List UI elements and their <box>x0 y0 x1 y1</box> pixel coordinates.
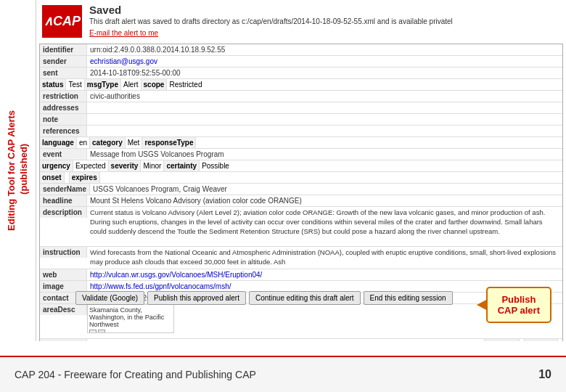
note-label: note <box>40 114 87 125</box>
status-item: status Test <box>40 79 85 90</box>
headline-label: headline <box>40 195 87 206</box>
severity-label: severity <box>109 160 142 171</box>
geocode-label: geocode <box>484 339 520 341</box>
header-right: Saved This draft alert was saved to draf… <box>89 4 560 38</box>
bubble-arrow <box>477 299 488 311</box>
sendername-row: senderName USGS Volcanoes Program, Craig… <box>40 184 562 195</box>
circle-value: 46.2,-122.2 0 <box>87 339 484 341</box>
description-label: description <box>40 207 87 218</box>
urgency-value: Expected <box>73 160 108 171</box>
page-number: 10 <box>538 368 551 381</box>
note-value <box>87 114 562 125</box>
polygon-label: polygon <box>524 339 558 341</box>
instruction-value: Wind forecasts from the National Oceanic… <box>87 247 562 269</box>
sender-row: sender echristian@usgs.gov <box>40 56 562 68</box>
headline-value: Mount St Helens Volcano Advisory (aviati… <box>87 195 562 206</box>
footer: CAP 204 - Freeware for Creating and Publ… <box>0 356 566 392</box>
urgency-label: urgency <box>40 160 73 171</box>
email-link[interactable]: E-mail the alert to me <box>89 29 158 37</box>
responsetype-item: responseType <box>142 137 200 148</box>
language-value: en <box>77 137 89 148</box>
cap-logo-box: ∧CAP <box>42 5 82 38</box>
circle-row: circle 46.2,-122.2 0 geocode polygon <box>40 339 562 341</box>
instruction-label: instruction <box>40 247 87 258</box>
references-row: references <box>40 126 562 137</box>
saved-heading: Saved <box>89 4 121 16</box>
language-label: language <box>40 137 77 148</box>
logo-area: ∧CAP <box>42 5 82 38</box>
status-row: status Test msgType Alert scope Restrict… <box>40 79 562 91</box>
severity-value: Minor <box>141 160 163 171</box>
description-value: Current status is Volcano Advisory (Aler… <box>87 207 562 237</box>
image-label: image <box>40 281 87 292</box>
sent-label: sent <box>40 68 87 78</box>
event-value: Message from USGS Volcanoes Program <box>87 149 562 160</box>
sendername-value: USGS Volcanoes Program, Craig Weaver <box>90 184 562 195</box>
certainty-item: certainty Possible <box>164 160 231 171</box>
urgency-item: urgency Expected <box>40 160 109 171</box>
identifier-label: identifier <box>40 44 87 55</box>
cap-saved-title: Saved <box>89 4 560 16</box>
msgtype-value: Alert <box>121 79 141 90</box>
addresses-label: addresses <box>40 102 87 113</box>
restriction-row: restriction civic-authorities <box>40 91 562 102</box>
end-button[interactable]: End this editing session <box>364 291 453 305</box>
sent-row: sent 2014-10-18T09:52:55-00:00 <box>40 68 562 79</box>
onset-value <box>65 172 69 183</box>
areadesc-label: areaDesc <box>40 304 87 315</box>
certainty-label: certainty <box>164 160 200 171</box>
header: ∧CAP Saved This draft alert was saved to… <box>36 0 566 42</box>
expires-value <box>100 172 104 183</box>
msgtype-item: msgType Alert <box>85 79 142 90</box>
sender-value: echristian@usgs.gov <box>87 56 562 67</box>
web-row: web http://vulcan.wr.usgs.gov/Volcanoes/… <box>40 269 562 281</box>
wifi-symbol: ∧CAP <box>44 13 81 29</box>
onset-row: onset expires <box>40 172 562 184</box>
category-label: category <box>90 137 126 148</box>
expires-label: expires <box>70 172 100 183</box>
sent-value: 2014-10-18T09:52:55-00:00 <box>87 68 562 78</box>
identifier-value: urn:oid:2.49.0.0.388.0.2014.10.18.9.52.5… <box>87 44 562 55</box>
instruction-row: instruction Wind forecasts from the Nati… <box>40 247 562 269</box>
continue-button[interactable]: Continue editing this draft alert <box>249 291 361 305</box>
web-label: web <box>40 269 87 280</box>
responsetype-value <box>196 137 200 148</box>
areadesc-value: Skamania County, Washington, in the Paci… <box>87 304 174 333</box>
language-item: language en <box>40 137 90 148</box>
expires-item: expires <box>70 172 104 183</box>
severity-item: severity Minor <box>109 160 165 171</box>
note-row: note <box>40 114 562 126</box>
publish-line2: CAP alert <box>498 305 540 316</box>
status-value: Test <box>66 79 83 90</box>
onset-item: onset <box>40 172 70 183</box>
scope-value: Restricted <box>167 79 204 90</box>
restriction-value: civic-authorities <box>87 91 562 102</box>
circle-label: circle <box>40 339 87 341</box>
sidebar-text: Editing Tool for CAP Alerts (published) <box>6 110 30 231</box>
publish-bubble: Publish CAP alert <box>486 287 551 323</box>
headline-row: headline Mount St Helens Volcano Advisor… <box>40 195 562 207</box>
references-label: references <box>40 126 87 136</box>
status-label: status <box>40 79 66 90</box>
sidebar: Editing Tool for CAP Alerts (published) <box>0 0 36 341</box>
language-row: language en category Met responseType <box>40 137 562 149</box>
addresses-value <box>87 102 562 113</box>
category-item: category Met <box>90 137 142 148</box>
description-row: description Current status is Volcano Ad… <box>40 207 562 247</box>
references-value <box>87 126 562 136</box>
publish-line1: Publish <box>498 294 540 305</box>
scroll-down[interactable]: ▼ <box>98 330 105 333</box>
certainty-value: Possible <box>200 160 231 171</box>
header-subtitle: This draft alert was saved to drafts dir… <box>89 17 560 25</box>
scope-item: scope Restricted <box>142 79 205 90</box>
validate-button[interactable]: Validate (Google) <box>75 291 144 305</box>
sendername-label: senderName <box>40 184 90 195</box>
scroll-up[interactable]: ▲ <box>89 330 97 333</box>
bottom-buttons: Validate (Google) Publish this approved … <box>75 291 453 305</box>
publish-button[interactable]: Publish this approved alert <box>147 291 246 305</box>
web-value: http://vulcan.wr.usgs.gov/Volcanoes/MSH/… <box>87 269 562 280</box>
event-row: event Message from USGS Volcanoes Progra… <box>40 149 562 160</box>
urgency-row: urgency Expected severity Minor certaint… <box>40 160 562 172</box>
msgtype-label: msgType <box>85 79 121 90</box>
onset-label: onset <box>40 172 65 183</box>
